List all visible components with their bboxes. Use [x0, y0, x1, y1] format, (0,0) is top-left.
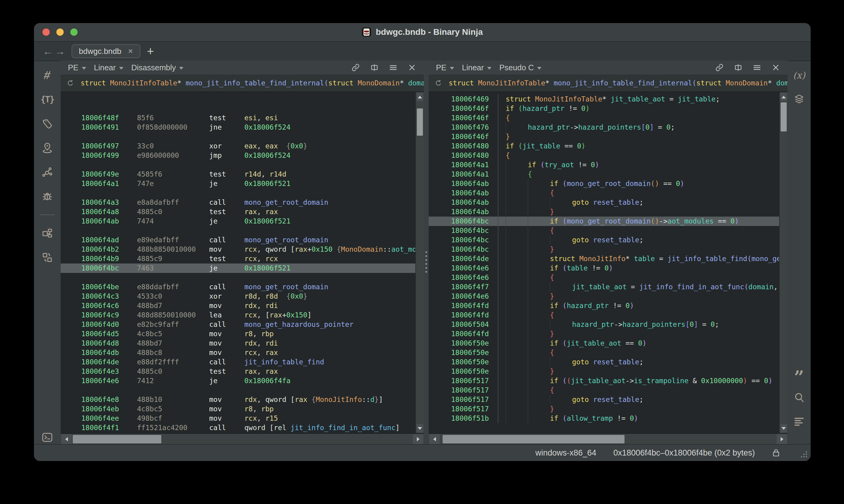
- pane-close-icon[interactable]: [771, 63, 780, 72]
- pseudo-c-row[interactable]: 18006f476hazard_ptr->hazard_pointers[0] …: [429, 123, 779, 132]
- scroll-right-button[interactable]: [777, 434, 787, 444]
- pane-menu-icon[interactable]: [389, 63, 398, 72]
- pseudo-c-row[interactable]: 18006f4ab{: [429, 188, 779, 198]
- pseudo-c-row[interactable]: 18006f50e{: [429, 348, 779, 357]
- pseudo-c-row[interactable]: 18006f4fd}: [429, 329, 779, 339]
- pseudo-c-row[interactable]: 18006f4a1{: [429, 169, 779, 179]
- sidebar-layers-icon[interactable]: [793, 93, 805, 105]
- scroll-down-button[interactable]: [416, 424, 423, 433]
- scrollbar-thumb[interactable]: [73, 435, 161, 444]
- disassembly-horizontal-scrollbar[interactable]: [61, 433, 424, 445]
- pseudo-c-row[interactable]: 18006f4fdif (hazard_ptr != 0): [429, 301, 779, 310]
- pseudo-c-row[interactable]: 18006f4a1if (try_aot != 0): [429, 160, 779, 169]
- sidebar-variables-icon[interactable]: (x): [793, 69, 805, 81]
- sidebar-location-icon[interactable]: [41, 142, 53, 154]
- disasm-row[interactable]: 18006f499e986000000jmp0x18006f524: [61, 151, 415, 160]
- pane-close-icon[interactable]: [408, 63, 416, 72]
- tab-bdwgc[interactable]: bdwgc.bndb ×: [71, 44, 140, 58]
- lock-icon[interactable]: [772, 448, 780, 458]
- pane-link-icon[interactable]: [715, 63, 724, 72]
- disasm-row[interactable]: 18006f4e8488b10movrdx, qword [rax {MonoJ…: [61, 395, 415, 404]
- pseudo-c-row[interactable]: 18006f4fd{: [429, 310, 779, 320]
- sidebar-search-icon[interactable]: [793, 391, 805, 403]
- disasm-row[interactable]: 18006f4a3e8a8dafbffcallmono_get_root_dom…: [61, 198, 415, 207]
- pseudo-c-row[interactable]: 18006f50eif (jit_table_aot == 0): [429, 339, 779, 348]
- pseudo-c-vertical-scrollbar[interactable]: [779, 92, 788, 433]
- forward-button[interactable]: →: [54, 46, 66, 57]
- disasm-row[interactable]: 18006f4c9488d8850010000learcx, [rax+0x15…: [61, 310, 415, 320]
- disasm-row[interactable]: 18006f4ade89edafbffcallmono_get_root_dom…: [61, 235, 415, 245]
- pseudo-c-row[interactable]: 18006f517{: [429, 385, 779, 395]
- disasm-row[interactable]: 18006f4e34885c0testrax, rax: [61, 367, 415, 376]
- pane-divider-handle[interactable]: [426, 251, 427, 273]
- sidebar-swap-icon[interactable]: [41, 251, 53, 264]
- disasm-row[interactable]: 18006f4a84885c0testrax, rax: [61, 207, 415, 217]
- disasm-row[interactable]: 18006f4c6488bd7movrdx, rdi: [61, 301, 415, 310]
- minimize-window-button[interactable]: [56, 29, 64, 36]
- disasm-row[interactable]: 18006f4e67412je0x18006f4fa: [61, 376, 415, 385]
- scrollbar-thumb[interactable]: [417, 108, 423, 136]
- back-button[interactable]: ←: [42, 46, 54, 57]
- pseudo-c-row[interactable]: 18006f4e6}: [429, 292, 779, 301]
- disasm-row[interactable]: 18006f4db488bc8movrcx, rax: [61, 348, 415, 357]
- disasm-row[interactable]: 18006f4ee498bcfmovrcx, r15: [61, 414, 415, 423]
- pane-menu-icon[interactable]: [753, 63, 761, 72]
- sidebar-bug-icon[interactable]: [41, 190, 53, 202]
- pseudo-c-row[interactable]: 18006f4bcgoto reset_table;: [429, 235, 779, 245]
- pseudo-c-row[interactable]: 18006f46fif (hazard_ptr != 0): [429, 104, 779, 113]
- scroll-up-button[interactable]: [780, 93, 787, 101]
- scroll-right-button[interactable]: [413, 434, 423, 444]
- pseudo-c-row[interactable]: 18006f4ab}: [429, 207, 779, 217]
- pseudo-c-row[interactable]: 18006f4bc{: [429, 226, 779, 235]
- disasm-row[interactable]: 18006f4bc7463je0x18006f521: [61, 264, 415, 273]
- disasm-row[interactable]: 18006f4b94885c9testrcx, rcx: [61, 254, 415, 264]
- sidebar-quotes-icon[interactable]: ”: [793, 367, 805, 379]
- disasm-row[interactable]: 18006f4d54c8bc5movr8, rbp: [61, 329, 415, 339]
- scrollbar-thumb[interactable]: [781, 102, 787, 131]
- pseudo-c-row[interactable]: 18006f4abif (mono_get_root_domain() == 0…: [429, 179, 779, 188]
- sidebar-graph-icon[interactable]: [41, 166, 53, 178]
- pseudo-c-row[interactable]: 18006f517}: [429, 404, 779, 414]
- tab-close-icon[interactable]: ×: [128, 46, 133, 56]
- disasm-row[interactable]: 18006f4b2488b8850010000movrcx, qword [ra…: [61, 245, 415, 254]
- dropdown-linear[interactable]: Linear: [462, 63, 492, 72]
- dropdown-pe[interactable]: PE: [436, 63, 454, 72]
- disasm-row[interactable]: 18006f4910f858d000000jne0x18006f524: [61, 123, 415, 132]
- pseudo-c-row[interactable]: 18006f4e6{: [429, 273, 779, 282]
- pane-split-icon[interactable]: [370, 63, 379, 72]
- disasm-row[interactable]: 18006f4a1747eje0x18006f521: [61, 179, 415, 188]
- disasm-row[interactable]: 18006f4c34533c0xorr8d, r8d {0x0}: [61, 292, 415, 301]
- pseudo-c-row[interactable]: 18006f51bif (allow_tramp != 0): [429, 414, 779, 423]
- sidebar-types-icon[interactable]: {T}: [41, 93, 53, 105]
- pane-divider[interactable]: [424, 60, 429, 445]
- disasm-row[interactable]: 18006f49e4585f6testr14d, r14d: [61, 169, 415, 179]
- pseudo-c-row[interactable]: 18006f4abgoto reset_table;: [429, 198, 779, 207]
- sidebar-terminal-icon[interactable]: [41, 431, 53, 444]
- pane-split-icon[interactable]: [734, 63, 743, 72]
- sidebar-log-lines-icon[interactable]: [793, 416, 805, 428]
- pseudo-c-row[interactable]: 18006f480if (jit_table == 0): [429, 141, 779, 151]
- pseudo-c-row[interactable]: 18006f4bc}: [429, 245, 779, 254]
- disasm-row[interactable]: 18006f49733c0xoreax, eax {0x0}: [61, 141, 415, 151]
- pane-link-icon[interactable]: [351, 63, 360, 72]
- dropdown-linear[interactable]: Linear: [94, 63, 123, 72]
- dropdown-pe[interactable]: PE: [68, 63, 86, 72]
- scroll-up-button[interactable]: [416, 93, 423, 101]
- disasm-row[interactable]: 18006f4d0e82bc9faffcallmono_get_hazardou…: [61, 320, 415, 329]
- disasm-row[interactable]: 18006f4d8488bd7movrdx, rdi: [61, 339, 415, 348]
- pseudo-c-row[interactable]: 18006f469struct MonoJitInfoTable* jit_ta…: [429, 94, 779, 104]
- scroll-down-button[interactable]: [780, 424, 787, 433]
- scroll-left-button[interactable]: [61, 434, 71, 444]
- scrollbar-thumb[interactable]: [443, 435, 624, 444]
- scroll-left-button[interactable]: [429, 434, 440, 444]
- disasm-row[interactable]: 18006f4f1ff1521ac4200callqword [rel jit_…: [61, 423, 415, 433]
- pseudo-c-row[interactable]: 18006f4f7jit_table_aot = jit_info_find_i…: [429, 282, 779, 292]
- new-tab-button[interactable]: +: [147, 44, 154, 58]
- dropdown-disassembly[interactable]: Disassembly: [131, 63, 184, 72]
- pseudo-c-row[interactable]: 18006f517if ((jit_table_aot->is_trampoli…: [429, 376, 779, 385]
- pseudo-c-row[interactable]: 18006f46f}: [429, 132, 779, 141]
- pseudo-c-row[interactable]: 18006f46f{: [429, 113, 779, 123]
- disasm-row[interactable]: 18006f4dee88df2ffffcalljit_info_table_fi…: [61, 357, 415, 367]
- disassembly-function-signature[interactable]: struct MonoJitInfoTable* mono_jit_info_t…: [61, 74, 424, 92]
- pseudo-c-row[interactable]: 18006f50e}: [429, 367, 779, 376]
